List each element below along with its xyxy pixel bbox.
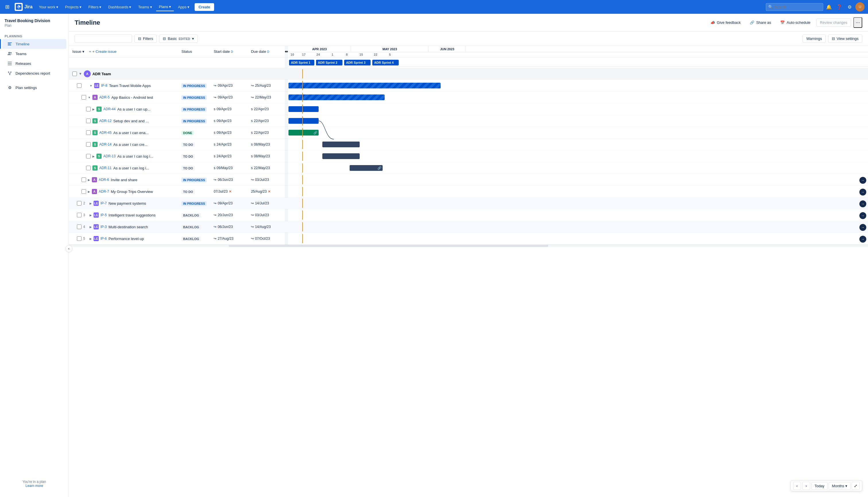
ip5-issue-cell: 3 ▶ LE IP-5 Intelligent travel suggestio…: [69, 209, 178, 221]
ip6-status: BACKLOG: [182, 237, 201, 241]
create-issue-button[interactable]: + + Create issue: [87, 48, 119, 55]
adr7-key[interactable]: ADR-7: [99, 189, 109, 194]
ip8-gantt-bar[interactable]: →: [288, 83, 440, 88]
prev-time-button[interactable]: ‹: [793, 482, 801, 490]
collapse-sidebar-button[interactable]: ‹: [66, 245, 72, 252]
ip7-key[interactable]: IP-7: [100, 201, 107, 205]
nav-apps[interactable]: Apps ▾: [175, 3, 192, 11]
adr14-checkbox[interactable]: [86, 142, 91, 147]
nav-filters[interactable]: Filters ▾: [86, 3, 104, 11]
more-options-button[interactable]: ···: [853, 17, 862, 28]
adr11-checkbox[interactable]: [86, 166, 91, 170]
adr13-expand[interactable]: ▶: [92, 155, 95, 158]
jira-logo[interactable]: Jira: [12, 3, 35, 11]
adr12-key[interactable]: ADR-12: [99, 119, 112, 123]
adr7-expand[interactable]: ▶: [88, 190, 90, 193]
ip7-checkbox[interactable]: [77, 201, 82, 205]
adr44-checkbox[interactable]: [86, 107, 91, 111]
next-time-button[interactable]: ›: [802, 482, 810, 490]
adr45-gantt-bar[interactable]: 🔗: [288, 130, 319, 136]
basic-filter-button[interactable]: ⊟ Basic EDITED ▾: [159, 34, 198, 43]
adr7-checkbox[interactable]: [82, 189, 86, 194]
adr6-key[interactable]: ADR-6: [99, 178, 109, 182]
warnings-button[interactable]: Warnings: [802, 34, 825, 43]
adr44-key[interactable]: ADR-44: [103, 107, 116, 111]
adr14-gantt-bar[interactable]: [322, 142, 360, 147]
create-button[interactable]: Create: [194, 3, 214, 11]
adr5-expand[interactable]: ▼: [88, 96, 91, 99]
months-dropdown[interactable]: Months ▾: [829, 482, 851, 490]
nav-dashboards[interactable]: Dashboards ▾: [105, 3, 134, 11]
user-avatar[interactable]: U: [855, 2, 865, 12]
adr13-gantt-bar[interactable]: [322, 153, 360, 159]
ip6-checkbox[interactable]: [77, 236, 82, 241]
ip3-name: Multi-destination search: [108, 225, 148, 229]
learn-more-link[interactable]: Learn more: [26, 484, 43, 488]
adr45-checkbox[interactable]: [86, 130, 91, 135]
adr12-gantt-bar[interactable]: [288, 118, 319, 124]
ip7-expand[interactable]: ▶: [89, 202, 92, 205]
column-divider[interactable]: ⇔: [285, 46, 288, 57]
ip5-key[interactable]: IP-5: [100, 213, 107, 217]
adr6-checkbox[interactable]: [82, 178, 86, 182]
filters-button[interactable]: ⊟ Filters: [134, 34, 157, 43]
adr11-link-icon: 🔗: [377, 166, 381, 170]
sidebar-item-timeline[interactable]: Timeline: [2, 39, 66, 49]
sidebar-item-plan-settings[interactable]: ⚙ Plan settings: [2, 83, 66, 93]
svg-point-5: [10, 52, 12, 54]
settings-icon[interactable]: ⚙: [845, 2, 854, 12]
nav-plans[interactable]: Plans ▾: [156, 3, 174, 11]
view-settings-button[interactable]: ⊟ View settings: [828, 34, 862, 43]
adr7-divider: [285, 186, 288, 198]
search-input[interactable]: [766, 3, 823, 11]
adr45-key[interactable]: ADR-45: [99, 131, 112, 134]
team-row-checkbox[interactable]: [72, 71, 77, 76]
ip5-expand[interactable]: ▶: [89, 214, 92, 217]
notifications-icon[interactable]: 🔔: [824, 2, 834, 12]
give-feedback-button[interactable]: 📣 Give feedback: [707, 19, 744, 26]
nav-projects[interactable]: Projects ▾: [62, 3, 84, 11]
ip3-expand[interactable]: ▶: [89, 225, 92, 229]
adr13-checkbox[interactable]: [86, 154, 91, 158]
adr11-gantt-bar[interactable]: 🔗: [350, 165, 382, 171]
share-as-button[interactable]: 🔗 Share as: [746, 19, 775, 26]
today-line-adr11: [302, 164, 303, 173]
adr5-gantt-bar[interactable]: [288, 95, 385, 100]
sidebar-item-releases[interactable]: Releases: [2, 59, 66, 68]
sidebar-item-dependencies[interactable]: Dependencies report: [2, 68, 66, 78]
auto-schedule-button[interactable]: 📅 Auto-schedule: [777, 19, 814, 26]
month-headers: APR 2023 MAY 2023 JUN 2023: [288, 46, 868, 52]
ip8-checkbox[interactable]: [77, 83, 82, 88]
adr14-icon: S: [92, 142, 98, 147]
adr5-checkbox[interactable]: [82, 95, 86, 100]
adr5-key[interactable]: ADR-5: [99, 95, 110, 99]
adr14-key[interactable]: ADR-14: [99, 142, 112, 146]
adr12-checkbox[interactable]: [86, 118, 91, 123]
ip3-key[interactable]: IP-3: [100, 225, 107, 229]
horizontal-scrollbar[interactable]: [69, 245, 868, 247]
sidebar-item-teams[interactable]: Teams: [2, 49, 66, 59]
ip6-expand[interactable]: ▶: [89, 237, 92, 240]
help-icon[interactable]: ❓: [835, 2, 844, 12]
today-button[interactable]: Today: [811, 482, 828, 490]
ip6-key[interactable]: IP-6: [100, 237, 107, 241]
adr44-gantt-bar[interactable]: [288, 106, 319, 112]
adr11-key[interactable]: ADR-11: [99, 166, 112, 170]
filter-search-input[interactable]: [75, 34, 132, 43]
sprint-header-left: [69, 57, 285, 68]
adr13-key[interactable]: ADR-13: [103, 154, 116, 158]
ip8-key[interactable]: IP-8: [101, 84, 107, 88]
adr44-expand[interactable]: ▶: [92, 108, 95, 111]
ip8-expand[interactable]: ▼: [89, 84, 92, 87]
nav-your-work[interactable]: Your work ▾: [36, 3, 61, 11]
ip7-due-date: ↪14/Jul/23: [251, 201, 281, 205]
fullscreen-button[interactable]: ⤢: [852, 482, 860, 490]
share-icon: 🔗: [750, 20, 754, 25]
team-collapse-toggle[interactable]: ▼: [79, 72, 82, 76]
adr6-expand[interactable]: ▶: [88, 178, 90, 182]
ip5-checkbox[interactable]: [77, 213, 82, 217]
ip3-checkbox[interactable]: [77, 225, 82, 229]
ip7-num: 2: [83, 201, 88, 205]
grid-icon[interactable]: ⊞: [3, 2, 11, 12]
nav-teams[interactable]: Teams ▾: [135, 3, 155, 11]
